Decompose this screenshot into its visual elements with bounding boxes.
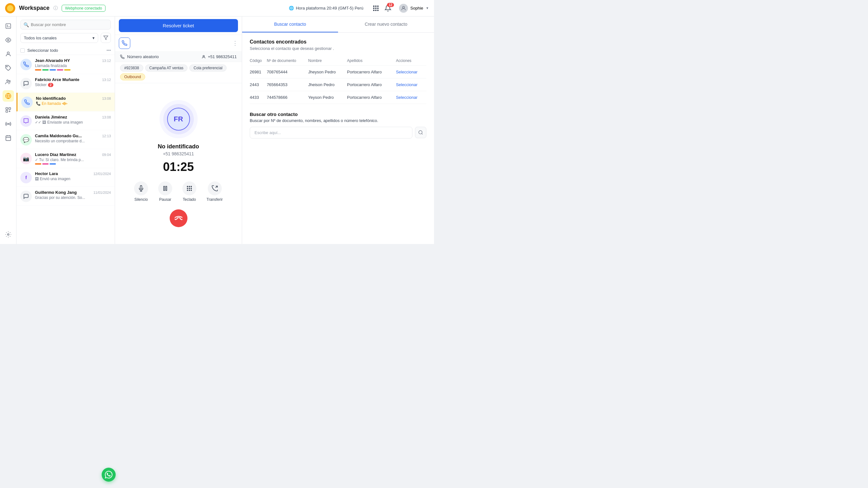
cell-code: 26981 xyxy=(250,66,267,79)
sidebar-item-analytics[interactable] xyxy=(3,20,14,32)
pause-button[interactable]: Pausar xyxy=(158,181,172,202)
contact-preview: ✓ Tu: Sí claro. Me brinda p... xyxy=(35,158,111,162)
more-options-icon[interactable]: ••• xyxy=(106,48,111,53)
avatar xyxy=(399,4,408,13)
contact-time: 09:04 xyxy=(102,153,111,157)
svg-point-0 xyxy=(373,6,374,7)
list-item[interactable]: 📷 Lucero Díaz Martinez 09:04 ✓ Tu: Sí cl… xyxy=(17,149,115,168)
col-header-document: Nº de documento xyxy=(267,56,308,66)
mute-button[interactable]: Silencio xyxy=(134,181,148,202)
sidebar-item-contacts[interactable] xyxy=(3,48,14,60)
end-call-button[interactable] xyxy=(170,209,187,227)
svg-point-13 xyxy=(6,66,7,67)
svg-point-7 xyxy=(375,10,376,11)
tab-search-contact[interactable]: Buscar contacto xyxy=(242,17,338,32)
list-item[interactable]: Guillermo Kong Jang 11/01/2024 Gracias p… xyxy=(17,187,115,206)
info-icon[interactable]: ⓘ xyxy=(53,5,58,11)
search-other-input[interactable] xyxy=(250,127,412,139)
avatar xyxy=(21,97,33,108)
cell-name: Jheison Pedro xyxy=(308,79,347,91)
sidebar-item-tags[interactable] xyxy=(3,62,14,74)
search-input-row xyxy=(250,127,426,139)
list-item[interactable]: Fabricio Arce Muñante 13:12 Sticker 2 xyxy=(17,74,115,93)
transfer-button[interactable]: Transferir xyxy=(207,181,223,202)
avatar: 💬 xyxy=(20,134,32,146)
cell-action[interactable]: Seleccionar xyxy=(396,91,426,104)
filter-button[interactable] xyxy=(101,33,111,43)
avatar xyxy=(20,115,32,127)
cell-action[interactable]: Seleccionar xyxy=(396,79,426,91)
select-contact-button[interactable]: Seleccionar xyxy=(396,82,417,87)
tab-create-contact[interactable]: Crear nuevo contacto xyxy=(338,17,434,32)
sidebar-item-teams[interactable] xyxy=(3,76,14,88)
sidebar-item-add[interactable] xyxy=(3,104,14,116)
transfer-icon xyxy=(208,181,222,195)
dialpad-button[interactable]: Teclado xyxy=(182,181,196,202)
svg-point-33 xyxy=(189,186,190,187)
list-item[interactable]: f Hector Lara 12/01/2024 🖼 Envió una ima… xyxy=(17,168,115,187)
chevron-down-icon: ▾ xyxy=(92,36,95,40)
sidebar-item-radio[interactable] xyxy=(3,118,14,130)
mute-icon xyxy=(134,181,148,195)
search-other-title: Buscar otro contacto xyxy=(250,112,426,117)
select-contact-button[interactable]: Seleccionar xyxy=(396,69,417,74)
call-panel-header: Resolver ticket xyxy=(115,17,242,35)
list-item[interactable]: Daniela Jiménez 13:08 ✓✓ 🖼 Enviaste una … xyxy=(17,112,115,130)
contact-preview: Llamada finalizada xyxy=(35,64,111,68)
list-item[interactable]: 💬 Camila Maldonado Gu... 12:13 Necesito … xyxy=(17,130,115,149)
sidebar-item-calendar[interactable] xyxy=(3,132,14,144)
call-actions: Silencio Pausar xyxy=(134,181,223,202)
sidebar-item-workspace[interactable] xyxy=(3,90,14,102)
right-panel: Buscar contacto Crear nuevo contacto Con… xyxy=(242,17,434,244)
cell-surnames: Portocarrero Alfaro xyxy=(347,79,396,91)
search-submit-button[interactable] xyxy=(415,127,426,138)
resolve-ticket-button[interactable]: Resolver ticket xyxy=(119,19,238,32)
contact-time: 12:13 xyxy=(102,134,111,138)
select-all-checkbox[interactable] xyxy=(20,48,25,53)
search-icon: 🔍 xyxy=(24,22,29,27)
unread-badge: 2 xyxy=(48,83,54,87)
call-tag-queue: Cola preferencial xyxy=(189,64,226,71)
contacts-table: Código Nº de documento Nombre Apellidos … xyxy=(250,56,426,104)
svg-rect-10 xyxy=(6,24,10,29)
table-row: 2443 765664353 Jheison Pedro Portocarrer… xyxy=(250,79,426,91)
contact-preview: 📞 En llamada xyxy=(36,101,111,106)
cell-name: Jheyson Pedro xyxy=(308,66,347,79)
sidebar-item-settings[interactable] xyxy=(3,229,14,240)
contact-name: Daniela Jiménez xyxy=(35,115,67,119)
contact-name: No identificado xyxy=(36,96,66,101)
cell-name: Yeyson Pedro xyxy=(308,91,347,104)
user-menu[interactable]: Sophie ▼ xyxy=(399,4,429,13)
notifications-button[interactable]: 12 xyxy=(384,5,392,12)
svg-rect-31 xyxy=(166,186,167,190)
list-item[interactable]: No identificado 13:08 📞 En llamada xyxy=(17,93,115,112)
col-header-code: Código xyxy=(250,56,267,66)
svg-rect-27 xyxy=(66,102,66,104)
select-contact-button[interactable]: Seleccionar xyxy=(396,95,417,100)
logo-icon xyxy=(5,3,15,13)
contact-time: 11/01/2024 xyxy=(93,191,111,194)
more-options-button[interactable]: ⋮ xyxy=(232,40,238,47)
channel-filter-select[interactable]: Todos los canales ▾ xyxy=(20,33,98,43)
contact-preview: 🖼 Envió una imagen xyxy=(35,177,111,181)
svg-point-12 xyxy=(7,52,9,54)
svg-rect-18 xyxy=(8,108,10,110)
call-timer: 01:25 xyxy=(163,160,194,174)
svg-rect-28 xyxy=(67,103,67,104)
user-name: Sophie xyxy=(410,6,423,10)
cell-action[interactable]: Seleccionar xyxy=(396,66,426,79)
call-number-type: Número aleatorio xyxy=(120,54,159,59)
webphone-status-badge: Webphone conectado xyxy=(62,5,106,12)
list-item[interactable]: Jean Alvarado HY 13:12 Llamada finalizad… xyxy=(17,55,115,74)
phone-call-button[interactable] xyxy=(119,37,130,49)
search-input[interactable] xyxy=(20,20,111,30)
contact-time: 13:08 xyxy=(102,97,111,100)
svg-line-43 xyxy=(422,133,423,134)
svg-rect-19 xyxy=(6,111,8,113)
sidebar-item-view[interactable] xyxy=(3,34,14,46)
select-all-label: Seleccionar todo xyxy=(27,48,104,53)
avatar: f xyxy=(20,172,32,183)
contact-tags xyxy=(35,163,111,164)
svg-point-40 xyxy=(191,190,192,191)
dialpad-button[interactable] xyxy=(372,5,379,12)
